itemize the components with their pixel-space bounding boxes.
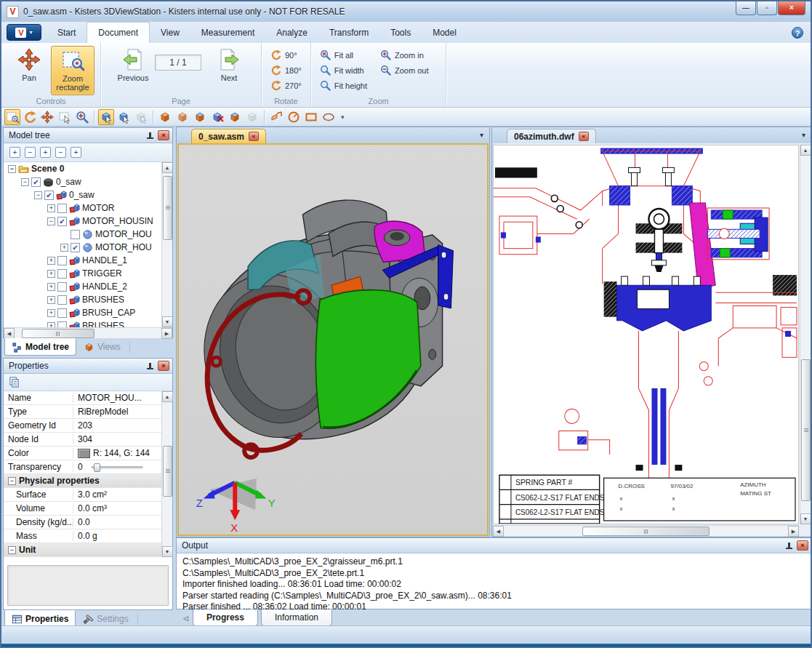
title-bar[interactable]: V 0_saw.asm - Kisters 3DViewStation - Ki… (1, 1, 811, 22)
fit-height-button[interactable]: Fit height (317, 78, 370, 93)
zoom-icon[interactable] (74, 109, 90, 125)
scroll-left-icon[interactable]: ◀ (4, 328, 15, 339)
visibility-checkbox[interactable] (57, 204, 67, 213)
tree-item[interactable]: + BRUSHES (4, 319, 172, 327)
tree-item[interactable]: + HANDLE_2 (4, 280, 172, 293)
expand-toggle[interactable]: + (47, 309, 55, 317)
ellipse-markup-icon[interactable] (321, 109, 337, 125)
collapse-toggle[interactable]: − (8, 165, 16, 173)
transparency-slider[interactable] (92, 466, 142, 468)
ghost-part-icon[interactable] (174, 109, 190, 125)
drawing-vertical-scrollbar[interactable]: ▲ ▼ (800, 145, 811, 524)
collapse-all-button[interactable]: − (25, 147, 36, 158)
scroll-up-icon[interactable]: ▲ (162, 391, 173, 402)
zoom-out-button[interactable]: Zoom out (377, 63, 431, 78)
tab-list-icon[interactable]: ▾ (480, 131, 483, 139)
previous-page-button[interactable]: Previous (111, 46, 155, 95)
next-page-button[interactable]: Next (207, 46, 251, 95)
viewport-3d[interactable]: Z Y X (177, 143, 489, 536)
collapse-toggle[interactable]: − (8, 477, 16, 485)
scrollbar-thumb[interactable] (22, 329, 95, 338)
close-icon[interactable]: × (158, 361, 169, 371)
tree-item[interactable]: − ✔ 0_saw (4, 175, 172, 188)
select-solid-disabled-icon[interactable] (133, 109, 149, 125)
scrollbar-thumb[interactable] (163, 176, 172, 240)
document-tab-06azimuth[interactable]: 06azimuth.dwf × (507, 129, 596, 143)
scroll-up-icon[interactable]: ▲ (162, 162, 173, 173)
collapse-toggle[interactable]: − (47, 217, 55, 225)
scroll-down-icon[interactable]: ▼ (162, 316, 173, 327)
visibility-checkbox[interactable] (57, 321, 67, 328)
property-row-transparency[interactable]: Transparency 0 (4, 460, 172, 474)
tab-model[interactable]: Model (422, 22, 467, 43)
visibility-checkbox[interactable]: ✔ (31, 177, 41, 187)
expand-toggle[interactable]: + (60, 244, 68, 252)
tree-item[interactable]: + ✔ MOTOR_HOU (4, 241, 172, 254)
toolbar-options-icon[interactable]: ▾ (338, 113, 347, 121)
show-part-icon[interactable] (157, 109, 173, 125)
close-icon[interactable]: × (797, 540, 808, 551)
disabled-part-icon[interactable] (244, 109, 260, 125)
tab-views[interactable]: Views (76, 338, 128, 356)
document-tab-0-saw[interactable]: 0_saw.asm × (191, 129, 266, 143)
property-row[interactable]: Surface 3.0 cm² (4, 488, 172, 502)
select-solid-add-icon[interactable] (116, 109, 132, 125)
scroll-up-icon[interactable]: ▲ (800, 145, 811, 156)
rotate-90-button[interactable]: 90° (268, 47, 305, 63)
close-icon[interactable]: × (249, 132, 259, 141)
drawing-horizontal-scrollbar[interactable]: ◀ ▶ (493, 525, 799, 536)
visibility-checkbox[interactable]: ✔ (44, 191, 54, 200)
tree-item[interactable]: + TRIGGER (4, 267, 172, 280)
restore-button[interactable]: ▫ (757, 1, 777, 15)
tree-item[interactable]: + HANDLE_1 (4, 254, 172, 267)
scroll-down-icon[interactable]: ▼ (800, 513, 811, 524)
transparent-part-icon[interactable] (192, 109, 208, 125)
close-button[interactable]: × (778, 1, 805, 15)
property-row-color[interactable]: Color R: 144, G: 144 (4, 447, 172, 460)
expand-toggle[interactable]: + (47, 283, 55, 291)
select-solid-icon[interactable] (98, 109, 114, 125)
circle-markup-icon[interactable] (286, 109, 302, 125)
expand-toggle[interactable]: + (47, 270, 55, 278)
scroll-right-icon[interactable]: ▶ (788, 526, 799, 537)
expand-toggle[interactable]: + (47, 204, 55, 212)
viewport-2d[interactable]: SPRING PART # CS062-L2-S17 FLAT ENDS CS0… (493, 143, 811, 536)
tree-item[interactable]: − ✔ 0_saw (4, 188, 172, 201)
tab-information[interactable]: Information (261, 609, 332, 626)
pin-icon[interactable] (784, 541, 794, 551)
tab-view[interactable]: View (150, 22, 190, 43)
tab-model-tree[interactable]: Model tree (4, 338, 76, 356)
property-row[interactable]: Mass 0.0 g (4, 529, 172, 543)
expand-selected-button[interactable]: + (40, 147, 51, 158)
pin-icon[interactable] (145, 131, 155, 140)
collapse-toggle[interactable]: − (34, 191, 42, 199)
expand-all-button[interactable]: + (9, 147, 20, 158)
swap-part-icon[interactable] (227, 109, 243, 125)
scrollbar-thumb[interactable] (582, 527, 710, 536)
visibility-checkbox[interactable] (71, 230, 80, 239)
collapse-toggle[interactable]: − (21, 178, 29, 186)
tab-list-icon[interactable]: ▾ (802, 131, 805, 139)
copy-icon[interactable] (8, 376, 20, 388)
tab-tools[interactable]: Tools (379, 22, 422, 43)
pin-icon[interactable] (145, 361, 155, 371)
page-number-field[interactable]: 1 / 1 (155, 55, 201, 71)
tab-scroll-left-icon[interactable]: ◁ (179, 609, 193, 626)
tree-horizontal-scrollbar[interactable]: ◀ ▶ (4, 327, 172, 338)
delete-part-icon[interactable] (209, 109, 225, 125)
collapse-toggle[interactable]: − (8, 546, 16, 554)
section-physical-properties[interactable]: − Physical properties (4, 474, 172, 488)
select-rectangle-icon[interactable] (57, 109, 73, 125)
tree-vertical-scrollbar[interactable]: ▲ ▼ (161, 162, 172, 327)
property-row[interactable]: Node Id 304 (4, 433, 172, 447)
section-unit[interactable]: − Unit (4, 543, 172, 557)
zoom-rectangle-button[interactable]: Zoom rectangle (51, 46, 95, 95)
tab-progress[interactable]: Progress (193, 609, 258, 626)
application-menu-button[interactable]: V ▾ (7, 24, 41, 41)
fit-width-button[interactable]: Fit width (317, 63, 370, 78)
scrollbar-thumb[interactable] (801, 359, 811, 501)
tree-item[interactable]: + MOTOR (4, 201, 172, 215)
scroll-down-icon[interactable]: ▼ (162, 546, 173, 557)
pan-icon[interactable] (39, 109, 55, 125)
tree-item[interactable]: + BRUSH_CAP (4, 306, 172, 319)
